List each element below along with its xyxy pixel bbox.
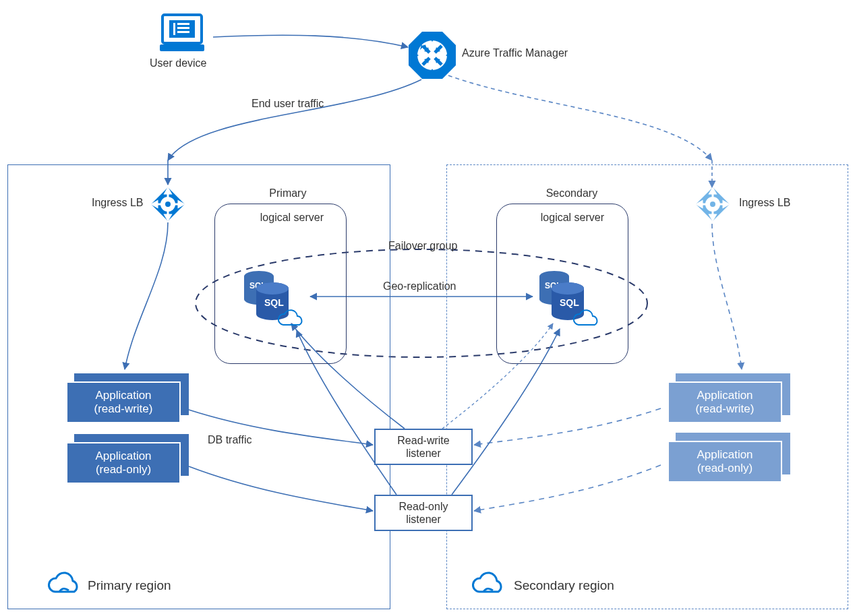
primary-app-ro-line2: (read-only) xyxy=(96,463,151,476)
db-traffic-label: DB traffic xyxy=(208,434,252,446)
rw-listener-line2: listener xyxy=(406,448,441,459)
secondary-app-ro-line2: (read-only) xyxy=(697,462,752,475)
svg-rect-14 xyxy=(431,32,434,38)
primary-app-read-only: Application (read-only) xyxy=(66,442,181,484)
primary-region-cloud-icon xyxy=(46,570,82,600)
secondary-sql-icon: SQL SQL xyxy=(533,268,607,338)
secondary-app-read-write: Application (read-write) xyxy=(668,381,782,423)
secondary-app-read-only: Application (read-only) xyxy=(668,441,782,483)
secondary-region-label: Secondary region xyxy=(514,578,614,593)
primary-sql-icon: SQL SQL xyxy=(237,268,312,338)
secondary-ingress-label: Ingress LB xyxy=(739,197,790,209)
rw-listener-line1: Read-write xyxy=(397,435,449,446)
svg-point-47 xyxy=(710,202,715,207)
secondary-server-label-line1: Secondary xyxy=(546,187,598,199)
secondary-server-label-line2: logical server xyxy=(541,212,604,223)
svg-rect-9 xyxy=(177,31,189,33)
svg-rect-16 xyxy=(431,73,434,78)
secondary-app-ro-line1: Application xyxy=(697,448,752,462)
traffic-manager-icon xyxy=(407,30,458,84)
user-device-label: User device xyxy=(150,57,206,69)
svg-point-51 xyxy=(256,282,289,295)
primary-app-ro-line1: Application xyxy=(95,450,151,463)
svg-point-56 xyxy=(552,282,584,295)
read-only-listener: Read-only listener xyxy=(374,495,473,531)
primary-server-label-line2: logical server xyxy=(260,212,324,223)
geo-replication-label: Geo-replication xyxy=(383,280,456,292)
primary-ingress-label: Ingress LB xyxy=(92,197,143,209)
primary-server-label-line1: Primary xyxy=(269,187,306,199)
ro-listener-line2: listener xyxy=(406,514,441,525)
failover-group-label: Failover group xyxy=(388,240,457,252)
primary-app-rw-line1: Application xyxy=(95,389,151,402)
secondary-app-rw-line2: (read-write) xyxy=(696,402,755,416)
secondary-region-cloud-icon xyxy=(470,570,506,600)
primary-app-rw-line2: (read-write) xyxy=(94,402,153,416)
secondary-ingress-lb-icon xyxy=(695,186,731,225)
primary-server-label: Primary logical server xyxy=(248,175,316,236)
svg-rect-18 xyxy=(409,54,415,57)
end-user-traffic-label: End user traffic xyxy=(252,98,324,110)
secondary-app-rw-line1: Application xyxy=(697,389,752,402)
svg-rect-6 xyxy=(173,23,175,35)
user-device-icon xyxy=(158,12,206,57)
primary-ingress-lb-icon xyxy=(150,186,186,225)
svg-text:SQL: SQL xyxy=(264,297,284,308)
svg-rect-8 xyxy=(177,27,189,29)
primary-app-read-write: Application (read-write) xyxy=(66,381,181,423)
ro-listener-line1: Read-only xyxy=(399,501,448,512)
read-write-listener: Read-write listener xyxy=(374,429,473,465)
secondary-server-label: Secondary logical server xyxy=(529,175,603,236)
svg-rect-10 xyxy=(160,44,204,51)
svg-rect-7 xyxy=(177,23,189,25)
svg-rect-20 xyxy=(450,54,455,57)
svg-point-36 xyxy=(165,202,171,207)
traffic-manager-label: Azure Traffic Manager xyxy=(462,47,568,59)
svg-text:SQL: SQL xyxy=(560,297,579,308)
primary-region-label: Primary region xyxy=(88,578,171,593)
